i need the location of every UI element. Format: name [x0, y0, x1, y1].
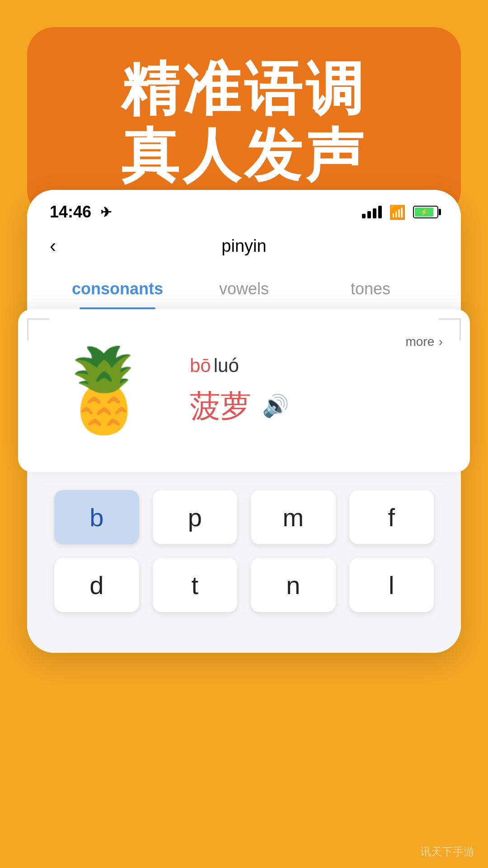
signal-bar-1 [362, 214, 366, 218]
signal-bar-3 [373, 208, 376, 218]
phone-mock: 14:46 ✈ 📶 ⚡ ‹ pinyin [27, 190, 461, 653]
key-p[interactable]: p [153, 490, 238, 544]
key-m[interactable]: m [251, 490, 336, 544]
key-d[interactable]: d [54, 558, 139, 612]
battery-icon: ⚡ [413, 206, 438, 218]
watermark: 讯天下手游 [420, 844, 474, 859]
status-time-area: 14:46 ✈ [50, 203, 112, 222]
pineapple-image: 🍍 [45, 332, 163, 449]
tab-vowels[interactable]: vowels [181, 270, 307, 309]
hero-card: 精准语调 真人发声 [27, 27, 461, 217]
hero-line2: 真人发声 [121, 122, 367, 189]
signal-bar-4 [378, 206, 382, 218]
tab-consonants[interactable]: consonants [54, 270, 181, 309]
word-display: 🍍 bō luó 菠萝 🔊 [45, 332, 443, 449]
battery-bolt: ⚡ [420, 208, 428, 216]
key-b[interactable]: b [54, 490, 139, 544]
wifi-icon: 📶 [389, 204, 406, 220]
key-t[interactable]: t [153, 558, 238, 612]
tab-tones[interactable]: tones [307, 270, 434, 309]
nav-title: pinyin [221, 236, 266, 256]
chinese-text: 菠萝 [190, 386, 251, 427]
key-f[interactable]: f [349, 490, 434, 544]
hero-text: 精准语调 真人发声 [121, 56, 367, 189]
status-icons: 📶 ⚡ [362, 204, 438, 220]
key-n[interactable]: n [251, 558, 336, 612]
sound-button[interactable]: 🔊 [262, 393, 289, 419]
keyboard-row-1: b p m f [54, 490, 434, 544]
more-chevron-icon: › [439, 335, 443, 349]
key-l[interactable]: l [349, 558, 434, 612]
location-icon: ✈ [100, 204, 112, 220]
chinese-line: 菠萝 🔊 [190, 386, 443, 427]
word-info: bō luó 菠萝 🔊 [190, 355, 443, 427]
corner-top-left [27, 318, 50, 341]
back-button[interactable]: ‹ [50, 235, 56, 257]
signal-bar-2 [367, 211, 371, 218]
keyboard-area: b p m f d t n [27, 472, 461, 653]
content-card: more › 🍍 bō luó 菠萝 🔊 [18, 309, 470, 472]
more-link[interactable]: more › [405, 332, 443, 349]
time-display: 14:46 [50, 203, 91, 222]
keyboard-row-2: d t n l [54, 558, 434, 612]
phone-mock-wrapper: 14:46 ✈ 📶 ⚡ ‹ pinyin [27, 190, 461, 653]
tab-bar: consonants vowels tones [27, 266, 461, 309]
battery-fill: ⚡ [415, 208, 433, 217]
pinyin-black: luó [214, 355, 239, 377]
pinyin-red: bō [190, 355, 211, 377]
status-bar: 14:46 ✈ 📶 ⚡ [27, 190, 461, 226]
nav-bar: ‹ pinyin [27, 226, 461, 266]
signal-bars [362, 206, 382, 218]
hero-line1: 精准语调 [121, 56, 367, 122]
pinyin-line: bō luó [190, 355, 443, 377]
